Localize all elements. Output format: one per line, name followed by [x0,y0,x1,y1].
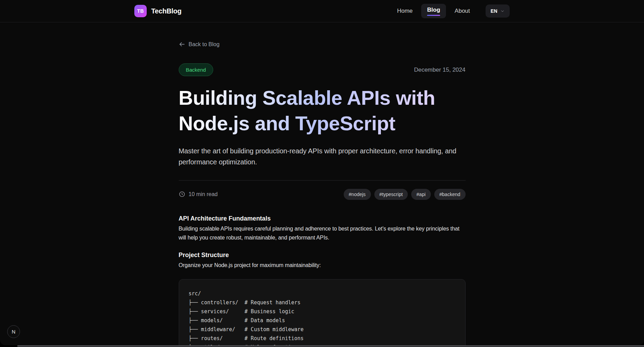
blog-post-page: Back to Blog Backend December 15, 2024 B… [179,22,466,345]
header-container: TB TechBlog HomeBlogAbout EN [134,4,510,18]
top-navigation-bar: TB TechBlog HomeBlogAbout EN [0,0,644,22]
language-selected-label: EN [491,8,497,14]
post-subtitle: Master the art of building production-re… [179,146,466,167]
main-nav: HomeBlogAbout [391,4,476,18]
language-selector[interactable]: EN [486,4,510,18]
section-heading: API Architecture Fundamentals [179,215,466,222]
tag-chip-api[interactable]: #api [411,189,430,200]
chevron-down-icon [500,9,505,13]
nav-item-label: Home [397,8,413,14]
page-viewport: TB TechBlog HomeBlogAbout EN Back to Blo… [0,0,644,345]
section-heading: Project Structure [179,252,466,259]
tag-chip-nodejs[interactable]: #nodejs [344,189,371,200]
nav-item-label: Blog [427,7,440,13]
brand-home-link[interactable]: TB TechBlog [134,5,181,17]
category-badge[interactable]: Backend [179,63,213,76]
clock-icon [179,191,185,197]
article-body: API Architecture FundamentalsBuilding sc… [179,215,466,270]
post-title: Building Scalable APIs with Node.js and … [179,85,466,136]
nextjs-dev-indicator[interactable]: N [7,325,20,338]
section-paragraph: Building scalable APIs requires careful … [179,224,466,242]
nav-item-label: About [455,8,470,14]
back-to-blog-label: Back to Blog [189,41,220,48]
code-content: src/ ├── controllers/ # Request handlers… [189,289,456,345]
window-bottom-edge [17,345,644,347]
post-meta-top: Backend December 15, 2024 [179,63,466,76]
post-date: December 15, 2024 [414,67,465,73]
divider [179,180,466,181]
code-block: src/ ├── controllers/ # Request handlers… [179,279,466,345]
arrow-left-icon [179,41,185,48]
tag-list: #nodejs#typescript#api#backend [344,189,466,200]
nav-item-home[interactable]: Home [391,4,418,18]
nav-item-about[interactable]: About [449,4,476,18]
post-meta-row: 10 min read #nodejs#typescript#api#backe… [179,189,466,200]
nav-area: HomeBlogAbout EN [391,4,510,18]
back-to-blog-link[interactable]: Back to Blog [179,41,220,48]
nav-item-blog[interactable]: Blog [421,4,446,18]
read-time-label: 10 min read [189,191,218,197]
brand-name: TechBlog [151,7,181,15]
tag-chip-typescript[interactable]: #typescript [374,189,408,200]
active-nav-underline [427,15,440,16]
tag-chip-backend[interactable]: #backend [434,189,466,200]
section-paragraph: Organize your Node.js project for maximu… [179,261,466,270]
read-time: 10 min read [179,191,218,197]
techblog-logo-icon: TB [134,5,147,17]
